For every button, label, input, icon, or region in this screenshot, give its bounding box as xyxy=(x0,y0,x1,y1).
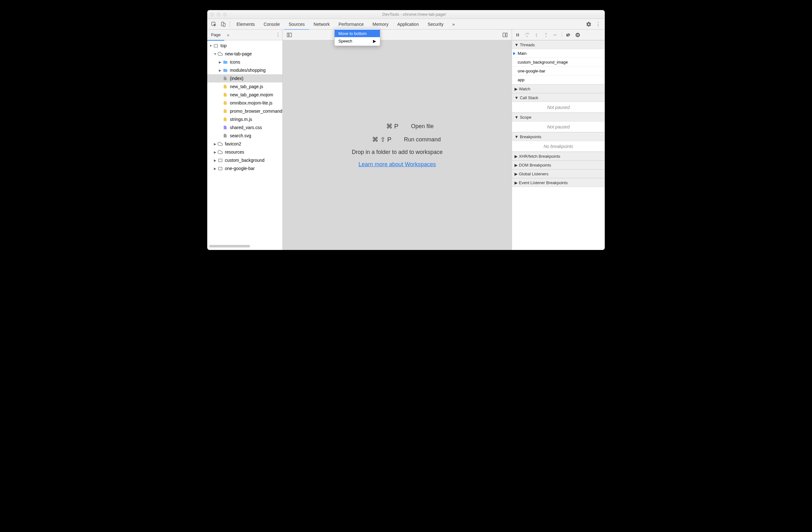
tree-index[interactable]: (index) xyxy=(207,74,282,83)
nav-overflow-icon[interactable]: » xyxy=(224,32,232,38)
more-icon[interactable]: ⋮ xyxy=(593,19,603,29)
main-area: Page » ⋮ ▼top ▼new-tab-page ▶icons ▶modu… xyxy=(207,30,605,250)
tree-res[interactable]: ▶resources xyxy=(207,148,282,156)
hint-label: Run command xyxy=(404,136,440,143)
tree-css1[interactable]: shared_vars.css xyxy=(207,123,282,131)
workspaces-link[interactable]: Learn more about Workspaces xyxy=(359,161,436,168)
tree-label: promo_browser_command xyxy=(230,109,282,114)
ctx-move-bottom[interactable]: Move to bottom xyxy=(335,30,380,37)
svg-point-10 xyxy=(527,36,527,37)
tree-top[interactable]: ▼top xyxy=(207,42,282,50)
tree-label: favicon2 xyxy=(225,141,241,146)
thread-item[interactable]: custom_background_image xyxy=(512,58,605,67)
traffic-lights[interactable] xyxy=(211,13,227,16)
inspect-icon[interactable] xyxy=(209,19,219,29)
show-debugger-icon[interactable] xyxy=(501,30,510,40)
tree-js1[interactable]: new_tab_page.js xyxy=(207,83,282,91)
frame-icon xyxy=(213,43,219,48)
tab-console[interactable]: Console xyxy=(259,19,284,30)
tab-elements[interactable]: Elements xyxy=(232,19,259,30)
scrollbar[interactable] xyxy=(209,245,280,248)
svg-point-14 xyxy=(576,33,580,37)
tab-sources[interactable]: Sources xyxy=(284,19,309,30)
event-listener-bp-header[interactable]: ▶Event Listener Breakpoints xyxy=(512,178,605,187)
svg-rect-3 xyxy=(214,44,217,47)
main-toolbar: Elements Console Sources Network Perform… xyxy=(207,19,605,30)
threads-header[interactable]: ▼Threads xyxy=(512,40,605,49)
section-label: XHR/fetch Breakpoints xyxy=(519,154,561,159)
step-into-icon[interactable] xyxy=(532,30,541,39)
callstack-header[interactable]: ▼Call Stack xyxy=(512,93,605,102)
ctx-speech[interactable]: Speech▶ xyxy=(335,37,380,45)
tab-security[interactable]: Security xyxy=(423,19,448,30)
devtools-window: DevTools - chrome://new-tab-page/ Elemen… xyxy=(207,10,605,250)
tree-label: shared_vars.css xyxy=(230,125,262,130)
tree-label: search.svg xyxy=(230,133,251,138)
tab-network[interactable]: Network xyxy=(309,19,334,30)
cloud-icon xyxy=(217,141,223,147)
section-label: Scope xyxy=(520,115,532,120)
callstack-empty: Not paused xyxy=(512,102,605,113)
section-label: Threads xyxy=(520,42,535,47)
global-listeners-header[interactable]: ▶Global Listeners xyxy=(512,169,605,178)
tree-cbg[interactable]: ▶custom_background xyxy=(207,156,282,164)
shortcut: ⌘ P xyxy=(361,123,398,130)
js-file-icon xyxy=(222,92,228,98)
dom-header[interactable]: ▶DOM Breakpoints xyxy=(512,160,605,169)
deactivate-breakpoints-icon[interactable] xyxy=(564,30,573,39)
editor-area: Move to bottom Speech▶ ⌘ POpen file ⌘ ⇧ … xyxy=(283,30,512,250)
svg-rect-15 xyxy=(577,34,577,36)
svg-rect-9 xyxy=(518,33,519,36)
page-tab[interactable]: Page xyxy=(207,30,224,40)
tree-label: new-tab-page xyxy=(225,51,252,56)
device-icon[interactable] xyxy=(219,19,228,29)
tree-modules[interactable]: ▶modules/shopping xyxy=(207,66,282,74)
thread-item[interactable]: one-google-bar xyxy=(512,67,605,75)
step-icon[interactable] xyxy=(551,30,560,39)
titlebar: DevTools - chrome://new-tab-page/ xyxy=(207,10,605,19)
pause-icon[interactable] xyxy=(513,30,522,39)
tree-fav[interactable]: ▶favicon2 xyxy=(207,140,282,148)
drop-hint: Drop in a folder to add to workspace xyxy=(352,149,443,155)
tabs-overflow-icon[interactable]: » xyxy=(448,19,459,30)
tree-label: omnibox.mojom-lite.js xyxy=(230,100,272,106)
section-label: Event Listener Breakpoints xyxy=(519,180,568,185)
tree-js2[interactable]: new_tab_page.mojom xyxy=(207,91,282,99)
debugger-sidebar: ▼Threads Main custom_background_image on… xyxy=(512,30,605,250)
tree-label: (index) xyxy=(230,76,243,81)
tree-js5[interactable]: strings.m.js xyxy=(207,115,282,123)
chevron-right-icon: ▶ xyxy=(514,171,518,176)
pause-exceptions-icon[interactable] xyxy=(573,30,582,39)
svg-point-13 xyxy=(553,34,554,35)
ctx-label: Speech xyxy=(338,39,352,43)
thread-main[interactable]: Main xyxy=(512,49,605,58)
watch-header[interactable]: ▶Watch xyxy=(512,84,605,93)
xhr-header[interactable]: ▶XHR/fetch Breakpoints xyxy=(512,152,605,160)
cloud-icon xyxy=(217,149,223,155)
thread-item[interactable]: app xyxy=(512,75,605,84)
tree-ntp[interactable]: ▼new-tab-page xyxy=(207,50,282,58)
tree-ogb[interactable]: ▶one-google-bar xyxy=(207,164,282,172)
svg-point-12 xyxy=(546,36,546,37)
breakpoints-header[interactable]: ▼Breakpoints xyxy=(512,132,605,141)
step-over-icon[interactable] xyxy=(523,30,532,39)
settings-icon[interactable] xyxy=(584,19,593,29)
tree-icons[interactable]: ▶icons xyxy=(207,58,282,66)
tab-application[interactable]: Application xyxy=(393,19,423,30)
folder-icon xyxy=(222,59,228,65)
tab-memory[interactable]: Memory xyxy=(368,19,393,30)
show-navigator-icon[interactable] xyxy=(285,30,294,40)
tree-js4[interactable]: promo_browser_command xyxy=(207,107,282,115)
step-out-icon[interactable] xyxy=(541,30,550,39)
css-file-icon xyxy=(222,125,228,130)
js-file-icon xyxy=(222,100,228,106)
section-label: Watch xyxy=(519,87,530,91)
scope-header[interactable]: ▼Scope xyxy=(512,113,605,122)
tree-js3[interactable]: omnibox.mojom-lite.js xyxy=(207,99,282,107)
tree-label: resources xyxy=(225,150,244,155)
tab-performance[interactable]: Performance xyxy=(334,19,368,30)
nav-more-icon[interactable]: ⋮ xyxy=(274,32,282,38)
tree-svg1[interactable]: search.svg xyxy=(207,131,282,140)
tree-label: custom_background xyxy=(225,158,264,163)
tree-label: modules/shopping xyxy=(230,68,266,73)
